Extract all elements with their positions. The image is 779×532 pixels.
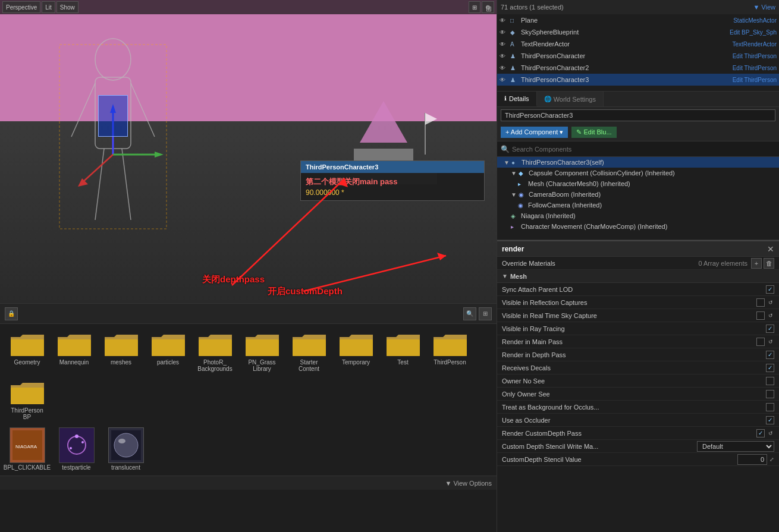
toolbar-lock-icon[interactable]: 🔒	[5, 307, 18, 320]
render-value-depth-pass	[766, 351, 774, 359]
asset-bpl-clickable[interactable]: NIAGARA BPL_CLICKABLE	[5, 427, 49, 471]
checkbox-treat-background[interactable]	[766, 403, 774, 411]
reset-visible-realtime-sky[interactable]: ↺	[767, 312, 774, 319]
render-panel: render ✕ Override Materials 0 Array elem…	[497, 240, 779, 532]
toolbar-search-icon[interactable]: 🔍	[463, 307, 476, 320]
tree-charmove-row[interactable]: ▸ Character Movement (CharMoveComp) (Inh…	[497, 221, 779, 232]
visibility-icon-textrender[interactable]: 👁	[500, 41, 508, 48]
render-row-only-owner-see: Only Owner See	[497, 388, 779, 401]
checkbox-render-custom-depth[interactable]	[756, 429, 765, 437]
mesh-section-arrow[interactable]: ▼	[502, 273, 508, 279]
folder-photor-backgrounds[interactable]: PhotoR_ Backgrounds	[193, 329, 237, 374]
actor-name-sky: SkySphereBlueprint	[521, 29, 727, 36]
render-value-use-occluder	[766, 416, 774, 424]
tooltip-value: 90.000000 *	[306, 188, 479, 197]
tree-mesh-row[interactable]: ▸ Mesh (CharacterMesh0) (Inherited)	[497, 178, 779, 189]
character-svg	[48, 36, 178, 250]
render-label-sync-attach: Sync Attach Parent LOD	[502, 286, 766, 293]
folder-temporary[interactable]: Temporary	[334, 329, 378, 374]
render-value-receives-decals	[766, 364, 774, 372]
visibility-icon-char1[interactable]: 👁	[500, 53, 508, 59]
folder-particles-label: particles	[157, 359, 179, 366]
visibility-icon-char2[interactable]: 👁	[500, 65, 508, 71]
search-components-input[interactable]	[512, 146, 775, 153]
add-component-button[interactable]: + Add Component ▾	[501, 127, 568, 138]
folder-meshes[interactable]: meshes	[99, 329, 143, 374]
custom-depth-stencil-value-input[interactable]	[737, 454, 767, 465]
checkbox-visible-ray-tracing[interactable]	[766, 325, 774, 333]
folder-starter-content[interactable]: Starter Content	[287, 329, 331, 374]
folder-mannequin[interactable]: Mannequin	[52, 329, 96, 374]
toolbar-grid-icon[interactable]: ⊞	[479, 307, 492, 320]
render-row-treat-background: Treat as Background for Occlus...	[497, 401, 779, 414]
render-row-use-occluder: Use as Occluder	[497, 414, 779, 427]
folder-pn-grass-library[interactable]: PN_Grass Library	[240, 329, 284, 374]
custom-depth-stencil-dropdown[interactable]: Default Enabled with Stencil Disabled	[697, 441, 774, 452]
render-panel-close-button[interactable]: ✕	[767, 244, 774, 254]
actor-name-input[interactable]	[501, 109, 775, 121]
mesh-section-label: Mesh	[510, 273, 527, 280]
folder-starter-label: Starter Content	[289, 359, 329, 372]
tree-self-row[interactable]: ▼ ● ThirdPersonCharacter3(self)	[497, 157, 779, 168]
render-value-only-owner-see	[766, 390, 774, 398]
checkbox-receives-decals[interactable]	[766, 364, 774, 372]
folder-test[interactable]: Test	[381, 329, 425, 374]
view-options-button[interactable]: ▼ View Options	[445, 480, 492, 487]
outliner-row-char2[interactable]: 👁 ♟ ThirdPersonCharacter2 Edit ThirdPers…	[497, 62, 779, 74]
folder-particles-icon	[150, 331, 186, 358]
folder-thirdperson-bp[interactable]: ThirdPerson BP	[5, 377, 49, 423]
outliner-row-plane[interactable]: 👁 □ Plane StaticMeshActor	[497, 14, 779, 26]
viewport-show-btn[interactable]: Show	[56, 1, 78, 13]
folder-particles[interactable]: particles	[146, 329, 190, 374]
checkbox-sync-attach[interactable]	[766, 285, 774, 294]
tooltip-title: ThirdPersonCharacter3	[301, 161, 484, 173]
checkbox-owner-no-see[interactable]	[766, 377, 774, 385]
checkbox-only-owner-see[interactable]	[766, 390, 774, 398]
viewport[interactable]: Perspective Lit Show ⊞ ⚙	[0, 0, 497, 303]
checkbox-visible-reflection[interactable]	[756, 298, 765, 307]
outliner-row-sky[interactable]: 👁 ◆ SkySphereBlueprint Edit BP_Sky_Sph	[497, 26, 779, 38]
visibility-icon-char3[interactable]: 👁	[500, 77, 508, 83]
tree-cameraboom-row[interactable]: ▼ ◉ CameraBoom (Inherited)	[497, 189, 779, 200]
folder-geometry[interactable]: Geometry	[5, 329, 49, 374]
tree-niagara-row[interactable]: ◈ Niagara (Inherited)	[497, 210, 779, 221]
checkbox-use-occluder[interactable]	[766, 416, 774, 424]
folder-thirdperson[interactable]: ThirdPerson	[428, 329, 472, 374]
reset-visible-reflection[interactable]: ↺	[767, 299, 774, 306]
render-row-custom-depth-stencil-write: Custom Depth Stencil Write Ma... Default…	[497, 440, 779, 453]
visibility-icon-sky[interactable]: 👁	[500, 29, 508, 36]
viewport-maximize-btn[interactable]: ⊞	[469, 1, 480, 13]
reset-main-pass[interactable]: ↺	[767, 338, 774, 345]
outliner-view-button[interactable]: ▼ View	[753, 4, 775, 11]
outliner-row-char1[interactable]: 👁 ♟ ThirdPersonCharacter Edit ThirdPerso…	[497, 50, 779, 62]
viewport-lit-btn[interactable]: Lit	[42, 1, 55, 13]
checkbox-depth-pass[interactable]	[766, 351, 774, 359]
tree-capsule-row[interactable]: ▼ ◆ Capsule Component (CollisionCylinder…	[497, 168, 779, 178]
custom-depth-stencil-expand-icon[interactable]: ⤢	[769, 457, 774, 462]
checkbox-main-pass[interactable]	[756, 338, 765, 346]
outliner-row-char3[interactable]: 👁 ♟ ThirdPersonCharacter3 Edit ThirdPers…	[497, 74, 779, 86]
tab-details[interactable]: ℹ Details	[497, 92, 537, 106]
tree-followcamera-row[interactable]: ◉ FollowCamera (Inherited)	[497, 200, 779, 210]
tree-followcamera-icon: ◉	[518, 202, 526, 209]
override-materials-remove-button[interactable]: 🗑	[764, 258, 774, 269]
viewport-perspective-btn[interactable]: Perspective	[2, 1, 40, 13]
actor-type-char2: Edit ThirdPerson	[733, 65, 777, 71]
checkbox-visible-realtime-sky[interactable]	[756, 311, 765, 320]
override-materials-add-button[interactable]: +	[751, 258, 762, 269]
asset-testparticle[interactable]: testparticle	[54, 427, 99, 471]
actor-name-textrender: TextRenderActor	[521, 40, 730, 48]
visibility-icon-plane[interactable]: 👁	[500, 17, 508, 24]
svg-rect-24	[11, 339, 44, 356]
search-components-bar: 🔍	[497, 141, 779, 157]
reset-render-custom-depth[interactable]: ↺	[767, 430, 774, 437]
outliner-row-textrender[interactable]: 👁 A TextRenderActor TextRenderActor	[497, 38, 779, 50]
tab-world-settings[interactable]: 🌐 World Settings	[537, 92, 604, 106]
render-panel-title: render	[502, 245, 524, 253]
edit-blueprint-button[interactable]: ✎ Edit Blu...	[571, 127, 616, 138]
folder-thirdperson-bp-label: ThirdPerson BP	[7, 407, 47, 420]
actor-name-row	[497, 107, 779, 124]
folder-test-label: Test	[397, 359, 408, 366]
svg-point-39	[75, 435, 78, 438]
asset-translucent[interactable]: translucent	[103, 427, 148, 471]
